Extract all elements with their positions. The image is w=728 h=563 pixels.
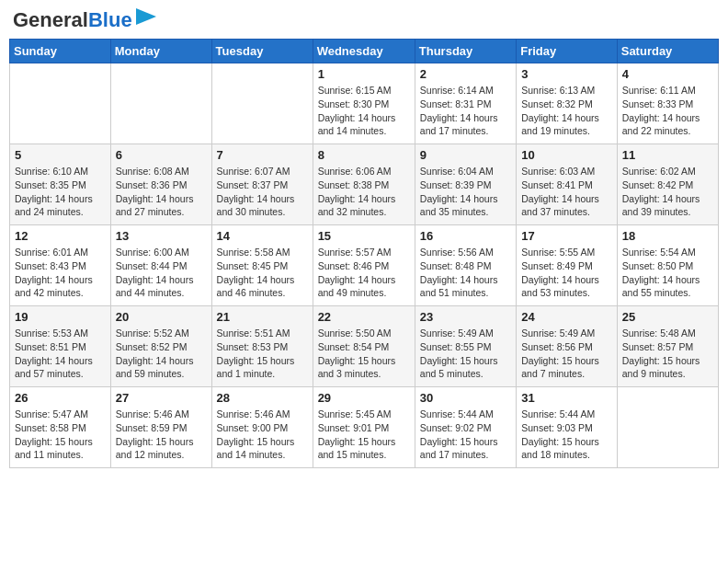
calendar-cell: 18Sunrise: 5:54 AMSunset: 8:50 PMDayligh…	[617, 225, 718, 306]
calendar-cell	[617, 387, 718, 468]
day-info: Sunrise: 5:58 AMSunset: 8:45 PMDaylight:…	[217, 246, 308, 300]
day-number: 10	[521, 148, 612, 162]
calendar-cell: 31Sunrise: 5:44 AMSunset: 9:03 PMDayligh…	[517, 387, 618, 468]
day-number: 12	[15, 229, 106, 243]
logo-arrow-icon	[136, 8, 156, 25]
day-info: Sunrise: 5:51 AMSunset: 8:53 PMDaylight:…	[217, 327, 308, 381]
day-number: 11	[622, 148, 713, 162]
calendar-cell: 7Sunrise: 6:07 AMSunset: 8:37 PMDaylight…	[211, 144, 313, 225]
day-info: Sunrise: 5:56 AMSunset: 8:48 PMDaylight:…	[420, 246, 511, 300]
day-number: 20	[116, 310, 207, 324]
day-info: Sunrise: 6:13 AMSunset: 8:32 PMDaylight:…	[521, 84, 612, 138]
day-info: Sunrise: 5:54 AMSunset: 8:50 PMDaylight:…	[622, 246, 713, 300]
calendar-cell: 10Sunrise: 6:03 AMSunset: 8:41 PMDayligh…	[517, 144, 618, 225]
calendar-cell: 28Sunrise: 5:46 AMSunset: 9:00 PMDayligh…	[211, 387, 313, 468]
calendar-cell: 15Sunrise: 5:57 AMSunset: 8:46 PMDayligh…	[313, 225, 415, 306]
day-of-week-header: Saturday	[617, 40, 718, 63]
day-number: 23	[420, 310, 511, 324]
day-of-week-header: Friday	[517, 40, 618, 63]
calendar-cell: 4Sunrise: 6:11 AMSunset: 8:33 PMDaylight…	[617, 63, 718, 144]
day-info: Sunrise: 6:08 AMSunset: 8:36 PMDaylight:…	[116, 165, 207, 219]
calendar-header: SundayMondayTuesdayWednesdayThursdayFrid…	[10, 40, 719, 63]
calendar-cell: 8Sunrise: 6:06 AMSunset: 8:38 PMDaylight…	[313, 144, 415, 225]
calendar-cell: 30Sunrise: 5:44 AMSunset: 9:02 PMDayligh…	[415, 387, 516, 468]
day-info: Sunrise: 5:44 AMSunset: 9:02 PMDaylight:…	[420, 408, 511, 462]
day-info: Sunrise: 5:48 AMSunset: 8:57 PMDaylight:…	[622, 327, 713, 381]
day-number: 17	[521, 229, 612, 243]
day-info: Sunrise: 6:11 AMSunset: 8:33 PMDaylight:…	[622, 84, 713, 138]
svg-marker-0	[136, 8, 156, 25]
day-number: 28	[217, 391, 308, 405]
calendar-cell: 12Sunrise: 6:01 AMSunset: 8:43 PMDayligh…	[10, 225, 111, 306]
day-info: Sunrise: 5:53 AMSunset: 8:51 PMDaylight:…	[15, 327, 106, 381]
day-number: 7	[217, 148, 308, 162]
day-number: 25	[622, 310, 713, 324]
day-info: Sunrise: 6:07 AMSunset: 8:37 PMDaylight:…	[217, 165, 308, 219]
day-number: 21	[217, 310, 308, 324]
day-number: 29	[318, 391, 410, 405]
day-info: Sunrise: 5:55 AMSunset: 8:49 PMDaylight:…	[521, 246, 612, 300]
logo: GeneralBlue	[13, 9, 156, 31]
day-number: 24	[521, 310, 612, 324]
calendar-week-row: 12Sunrise: 6:01 AMSunset: 8:43 PMDayligh…	[10, 225, 719, 306]
calendar-cell: 24Sunrise: 5:49 AMSunset: 8:56 PMDayligh…	[517, 306, 618, 387]
calendar-cell: 26Sunrise: 5:47 AMSunset: 8:58 PMDayligh…	[10, 387, 111, 468]
calendar-cell: 1Sunrise: 6:15 AMSunset: 8:30 PMDaylight…	[313, 63, 415, 144]
day-number: 27	[116, 391, 207, 405]
day-info: Sunrise: 5:46 AMSunset: 8:59 PMDaylight:…	[116, 408, 207, 462]
calendar-week-row: 19Sunrise: 5:53 AMSunset: 8:51 PMDayligh…	[10, 306, 719, 387]
day-of-week-header: Monday	[110, 40, 211, 63]
day-number: 18	[622, 229, 713, 243]
day-info: Sunrise: 5:44 AMSunset: 9:03 PMDaylight:…	[521, 408, 612, 462]
day-of-week-header: Sunday	[10, 40, 111, 63]
day-of-week-header: Tuesday	[211, 40, 313, 63]
calendar-cell: 25Sunrise: 5:48 AMSunset: 8:57 PMDayligh…	[617, 306, 718, 387]
day-info: Sunrise: 6:02 AMSunset: 8:42 PMDaylight:…	[622, 165, 713, 219]
day-number: 4	[622, 67, 713, 81]
calendar-cell	[110, 63, 211, 144]
day-number: 19	[15, 310, 106, 324]
calendar-cell: 20Sunrise: 5:52 AMSunset: 8:52 PMDayligh…	[110, 306, 211, 387]
calendar-cell: 6Sunrise: 6:08 AMSunset: 8:36 PMDaylight…	[110, 144, 211, 225]
day-number: 26	[15, 391, 106, 405]
day-info: Sunrise: 5:57 AMSunset: 8:46 PMDaylight:…	[318, 246, 410, 300]
calendar-cell: 27Sunrise: 5:46 AMSunset: 8:59 PMDayligh…	[110, 387, 211, 468]
day-info: Sunrise: 6:00 AMSunset: 8:44 PMDaylight:…	[116, 246, 207, 300]
day-number: 3	[521, 67, 612, 81]
calendar-cell: 14Sunrise: 5:58 AMSunset: 8:45 PMDayligh…	[211, 225, 313, 306]
calendar-cell: 2Sunrise: 6:14 AMSunset: 8:31 PMDaylight…	[415, 63, 516, 144]
calendar-cell	[10, 63, 111, 144]
calendar-cell: 5Sunrise: 6:10 AMSunset: 8:35 PMDaylight…	[10, 144, 111, 225]
calendar-cell: 11Sunrise: 6:02 AMSunset: 8:42 PMDayligh…	[617, 144, 718, 225]
day-number: 14	[217, 229, 308, 243]
day-info: Sunrise: 5:50 AMSunset: 8:54 PMDaylight:…	[318, 327, 410, 381]
day-info: Sunrise: 6:14 AMSunset: 8:31 PMDaylight:…	[420, 84, 511, 138]
calendar-week-row: 1Sunrise: 6:15 AMSunset: 8:30 PMDaylight…	[10, 63, 719, 144]
day-info: Sunrise: 5:47 AMSunset: 8:58 PMDaylight:…	[15, 408, 106, 462]
day-info: Sunrise: 5:49 AMSunset: 8:56 PMDaylight:…	[521, 327, 612, 381]
day-number: 1	[318, 67, 410, 81]
page-header: GeneralBlue	[9, 9, 719, 31]
calendar-cell	[211, 63, 313, 144]
day-info: Sunrise: 5:49 AMSunset: 8:55 PMDaylight:…	[420, 327, 511, 381]
day-number: 2	[420, 67, 511, 81]
day-info: Sunrise: 6:10 AMSunset: 8:35 PMDaylight:…	[15, 165, 106, 219]
day-number: 15	[318, 229, 410, 243]
calendar-cell: 21Sunrise: 5:51 AMSunset: 8:53 PMDayligh…	[211, 306, 313, 387]
day-number: 30	[420, 391, 511, 405]
day-info: Sunrise: 5:45 AMSunset: 9:01 PMDaylight:…	[318, 408, 410, 462]
day-info: Sunrise: 5:52 AMSunset: 8:52 PMDaylight:…	[116, 327, 207, 381]
day-info: Sunrise: 5:46 AMSunset: 9:00 PMDaylight:…	[217, 408, 308, 462]
calendar-cell: 19Sunrise: 5:53 AMSunset: 8:51 PMDayligh…	[10, 306, 111, 387]
day-number: 13	[116, 229, 207, 243]
calendar-cell: 13Sunrise: 6:00 AMSunset: 8:44 PMDayligh…	[110, 225, 211, 306]
day-info: Sunrise: 6:03 AMSunset: 8:41 PMDaylight:…	[521, 165, 612, 219]
day-info: Sunrise: 6:04 AMSunset: 8:39 PMDaylight:…	[420, 165, 511, 219]
day-number: 31	[521, 391, 612, 405]
calendar-cell: 23Sunrise: 5:49 AMSunset: 8:55 PMDayligh…	[415, 306, 516, 387]
calendar-cell: 9Sunrise: 6:04 AMSunset: 8:39 PMDaylight…	[415, 144, 516, 225]
day-number: 9	[420, 148, 511, 162]
calendar-cell: 3Sunrise: 6:13 AMSunset: 8:32 PMDaylight…	[517, 63, 618, 144]
day-number: 8	[318, 148, 410, 162]
calendar-cell: 16Sunrise: 5:56 AMSunset: 8:48 PMDayligh…	[415, 225, 516, 306]
